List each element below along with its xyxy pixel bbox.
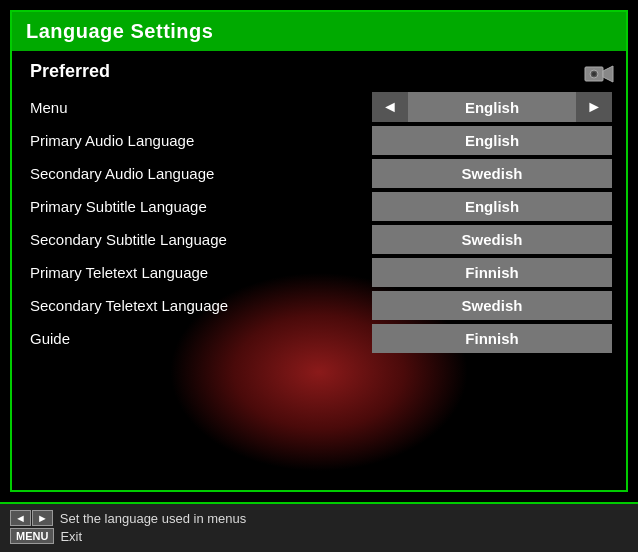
hint-row-1: ◄ ► Set the language used in menus	[10, 510, 628, 526]
row-value[interactable]: ◄English►	[372, 92, 612, 122]
hint-text-2: Exit	[60, 529, 82, 544]
page-title: Language Settings	[26, 20, 213, 42]
row-label: Menu	[26, 93, 372, 122]
row-label: Primary Audio Language	[26, 126, 372, 155]
settings-rows: Menu◄English►Primary Audio LanguageEngli…	[26, 92, 612, 353]
row-value[interactable]: English	[372, 192, 612, 221]
svg-point-3	[592, 72, 596, 76]
content-area: Preferred Menu◄English►Primary Audio Lan…	[12, 51, 626, 367]
camera-icon	[584, 63, 614, 89]
table-row: Menu◄English►	[26, 92, 612, 122]
hint-text-1: Set the language used in menus	[60, 511, 246, 526]
row-value[interactable]: Swedish	[372, 291, 612, 320]
table-row: Secondary Subtitle LanguageSwedish	[26, 225, 612, 254]
row-label: Primary Subtitle Language	[26, 192, 372, 221]
row-value[interactable]: Finnish	[372, 324, 612, 353]
right-arrow-badge: ►	[32, 510, 53, 526]
settings-panel: Language Settings Preferred Menu◄English…	[10, 10, 628, 492]
table-row: Secondary Audio LanguageSwedish	[26, 159, 612, 188]
hint-row-2: MENU Exit	[10, 528, 628, 544]
table-row: Primary Subtitle LanguageEnglish	[26, 192, 612, 221]
table-row: Secondary Teletext LanguageSwedish	[26, 291, 612, 320]
preferred-label: Preferred	[26, 61, 612, 82]
bottom-bar: ◄ ► Set the language used in menus MENU …	[0, 502, 638, 552]
selected-value: English	[408, 99, 576, 116]
title-bar: Language Settings	[12, 12, 626, 51]
row-label: Secondary Subtitle Language	[26, 225, 372, 254]
table-row: Primary Audio LanguageEnglish	[26, 126, 612, 155]
row-value[interactable]: Swedish	[372, 159, 612, 188]
arrow-badge: ◄ ►	[10, 510, 54, 526]
right-arrow-button[interactable]: ►	[576, 92, 612, 122]
row-label: Guide	[26, 324, 372, 353]
table-row: Primary Teletext LanguageFinnish	[26, 258, 612, 287]
row-label: Secondary Teletext Language	[26, 291, 372, 320]
table-row: GuideFinnish	[26, 324, 612, 353]
left-arrow-badge: ◄	[10, 510, 31, 526]
row-value[interactable]: Swedish	[372, 225, 612, 254]
svg-marker-1	[603, 66, 613, 82]
row-label: Primary Teletext Language	[26, 258, 372, 287]
row-label: Secondary Audio Language	[26, 159, 372, 188]
menu-badge: MENU	[10, 528, 54, 544]
row-value[interactable]: Finnish	[372, 258, 612, 287]
left-arrow-button[interactable]: ◄	[372, 92, 408, 122]
row-value[interactable]: English	[372, 126, 612, 155]
